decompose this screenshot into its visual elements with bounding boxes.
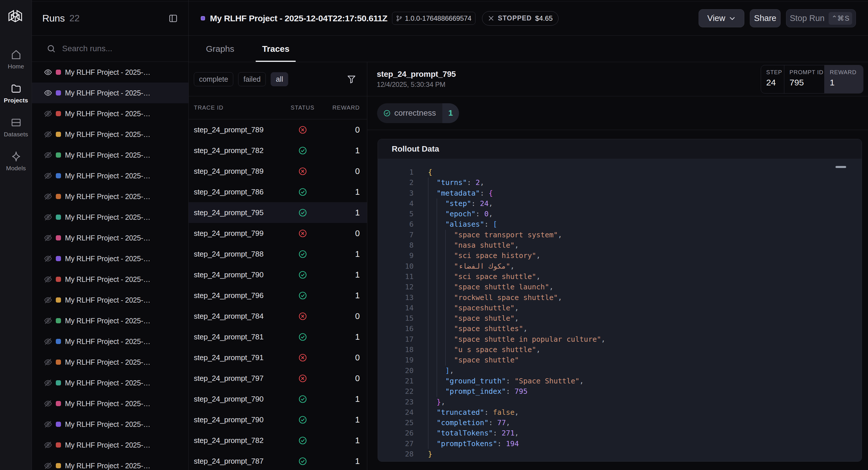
trace-row[interactable]: step_24_prompt_7890 xyxy=(189,161,367,182)
code-line: 26 "totalTokens": 271, xyxy=(378,428,862,438)
trace-row[interactable]: step_24_prompt_7990 xyxy=(189,223,367,244)
rail-item-projects[interactable]: Projects xyxy=(0,83,32,104)
run-name: My RLHF Project - 2025-12-04T22:17:50.61… xyxy=(65,317,154,325)
rail-item-datasets[interactable]: Datasets xyxy=(0,117,32,138)
indent-ws xyxy=(428,293,454,302)
eye-off-icon[interactable] xyxy=(44,192,52,201)
trace-row[interactable]: step_24_prompt_7961 xyxy=(189,285,367,306)
trace-reward: 1 xyxy=(326,415,367,425)
eye-off-icon[interactable] xyxy=(44,130,52,138)
eye-off-icon[interactable] xyxy=(44,420,52,429)
run-row[interactable]: My RLHF Project - 2025-12-04T22:17:50.61… xyxy=(32,455,188,470)
trace-id: step_24_prompt_781 xyxy=(189,333,280,341)
stop-run-button[interactable]: Stop Run ⌃⌘S xyxy=(786,9,856,27)
run-row[interactable]: My RLHF Project - 2025-12-04T22:17:50.61… xyxy=(32,352,188,373)
run-row[interactable]: My RLHF Project - 2025-12-04T22:17:50.61… xyxy=(32,207,188,227)
eye-icon[interactable] xyxy=(44,89,52,97)
eye-off-icon[interactable] xyxy=(44,316,52,325)
tab-graphs[interactable]: Graphs xyxy=(199,36,241,62)
eye-off-icon[interactable] xyxy=(44,151,52,159)
run-row[interactable]: My RLHF Project - 2025-12-04T22:17:50.61… xyxy=(32,373,188,393)
run-row[interactable]: My RLHF Project - 2025-12-04T22:17:50.61… xyxy=(32,290,188,310)
code-token: 2 xyxy=(476,178,480,187)
trace-row[interactable]: step_24_prompt_7901 xyxy=(189,409,367,430)
eye-off-icon[interactable] xyxy=(44,296,52,304)
run-row[interactable]: My RLHF Project - 2025-12-04T22:17:50.61… xyxy=(32,83,188,103)
run-row[interactable]: My RLHF Project - 2025-12-04T22:17:50.61… xyxy=(32,331,188,352)
trace-row[interactable]: step_24_prompt_7901 xyxy=(189,264,367,285)
view-button[interactable]: View xyxy=(699,9,744,27)
run-row[interactable]: My RLHF Project - 2025-12-04T22:17:50.61… xyxy=(32,103,188,124)
correctness-chip[interactable]: correctness 1 xyxy=(377,103,459,123)
run-row[interactable]: My RLHF Project - 2025-12-04T22:17:50.61… xyxy=(32,414,188,435)
trace-row[interactable]: step_24_prompt_7910 xyxy=(189,347,367,368)
code-token: , xyxy=(515,429,519,437)
filter-failed[interactable]: failed xyxy=(238,72,266,86)
run-row[interactable]: My RLHF Project - 2025-12-04T22:17:50.61… xyxy=(32,310,188,331)
eye-off-icon[interactable] xyxy=(44,213,52,221)
eye-off-icon[interactable] xyxy=(44,441,52,449)
search-input[interactable] xyxy=(62,44,172,53)
code-token: : xyxy=(506,387,515,396)
eye-off-icon[interactable] xyxy=(44,171,52,180)
trace-row[interactable]: step_24_prompt_7821 xyxy=(189,140,367,161)
eye-off-icon[interactable] xyxy=(44,233,52,242)
filter-all[interactable]: all xyxy=(271,72,288,86)
trace-id: step_24_prompt_796 xyxy=(189,291,280,300)
code-line: 24 "truncated": false, xyxy=(378,407,862,418)
collapse-code-icon[interactable] xyxy=(836,166,846,168)
code-token: } xyxy=(428,450,432,458)
filter-funnel-icon[interactable] xyxy=(347,74,356,84)
run-row[interactable]: My RLHF Project - 2025-12-04T22:17:50.61… xyxy=(32,145,188,165)
code-line: 23 }, xyxy=(378,397,862,407)
trace-row[interactable]: step_24_prompt_7861 xyxy=(189,182,367,202)
run-row[interactable]: My RLHF Project - 2025-12-04T22:17:50.61… xyxy=(32,124,188,145)
runs-panel: Runs 22 My RLHF Project - 2025-12-04T22:… xyxy=(32,0,189,470)
trace-row[interactable]: step_24_prompt_7840 xyxy=(189,306,367,326)
trace-row[interactable]: step_24_prompt_7811 xyxy=(189,326,367,347)
run-row[interactable]: My RLHF Project - 2025-12-04T22:17:50.61… xyxy=(32,227,188,248)
trace-row[interactable]: step_24_prompt_7951 xyxy=(189,202,367,223)
filter-complete[interactable]: complete xyxy=(194,72,233,86)
run-row[interactable]: My RLHF Project - 2025-12-04T22:17:50.61… xyxy=(32,393,188,414)
trace-row[interactable]: step_24_prompt_7881 xyxy=(189,244,367,264)
run-row[interactable]: My RLHF Project - 2025-12-04T22:17:50.61… xyxy=(32,435,188,455)
indent-guide xyxy=(428,219,429,229)
run-name: My RLHF Project - 2025-12-04T22:17:50.61… xyxy=(65,68,154,76)
close-icon xyxy=(488,15,494,22)
run-row[interactable]: My RLHF Project - 2025-12-04T22:17:50.61… xyxy=(32,186,188,207)
code-token: "مكوك الفضاء" xyxy=(454,262,510,271)
indent-ws xyxy=(428,408,437,416)
run-row[interactable]: My RLHF Project - 2025-12-04T22:17:50.61… xyxy=(32,269,188,290)
line-number: 25 xyxy=(378,418,413,428)
trace-row[interactable]: step_24_prompt_7871 xyxy=(189,451,367,470)
eye-off-icon[interactable] xyxy=(44,399,52,408)
eye-icon[interactable] xyxy=(44,68,52,76)
trace-row[interactable]: step_24_prompt_7970 xyxy=(189,368,367,388)
rail-item-models[interactable]: Models xyxy=(0,151,32,172)
code-token: "step" xyxy=(445,199,471,208)
tab-traces[interactable]: Traces xyxy=(256,36,296,62)
trace-row[interactable]: step_24_prompt_7890 xyxy=(189,119,367,140)
status-pill[interactable]: STOPPED $4.65 xyxy=(482,11,559,26)
collapse-panel-icon[interactable] xyxy=(168,14,178,23)
app-logo-icon[interactable] xyxy=(6,7,24,23)
run-name: My RLHF Project - 2025-12-04T22:17:50.61… xyxy=(65,337,154,346)
eye-off-icon[interactable] xyxy=(44,254,52,263)
run-row[interactable]: My RLHF Project - 2025-12-04T22:17:50.61… xyxy=(32,62,188,83)
eye-off-icon[interactable] xyxy=(44,109,52,118)
code-token: , xyxy=(489,199,493,208)
run-row[interactable]: My RLHF Project - 2025-12-04T22:17:50.61… xyxy=(32,248,188,269)
eye-off-icon[interactable] xyxy=(44,358,52,367)
trace-row[interactable]: step_24_prompt_7821 xyxy=(189,430,367,451)
share-button[interactable]: Share xyxy=(750,9,781,27)
version-badge[interactable]: 1.0.0-1764886669574 xyxy=(392,12,475,25)
code-line: 6 "aliases": [ xyxy=(378,219,862,229)
eye-off-icon[interactable] xyxy=(44,379,52,387)
run-row[interactable]: My RLHF Project - 2025-12-04T22:17:50.61… xyxy=(32,165,188,186)
eye-off-icon[interactable] xyxy=(44,337,52,346)
eye-off-icon[interactable] xyxy=(44,461,52,470)
eye-off-icon[interactable] xyxy=(44,275,52,284)
rail-item-home[interactable]: Home xyxy=(0,49,32,70)
trace-row[interactable]: step_24_prompt_7901 xyxy=(189,388,367,409)
